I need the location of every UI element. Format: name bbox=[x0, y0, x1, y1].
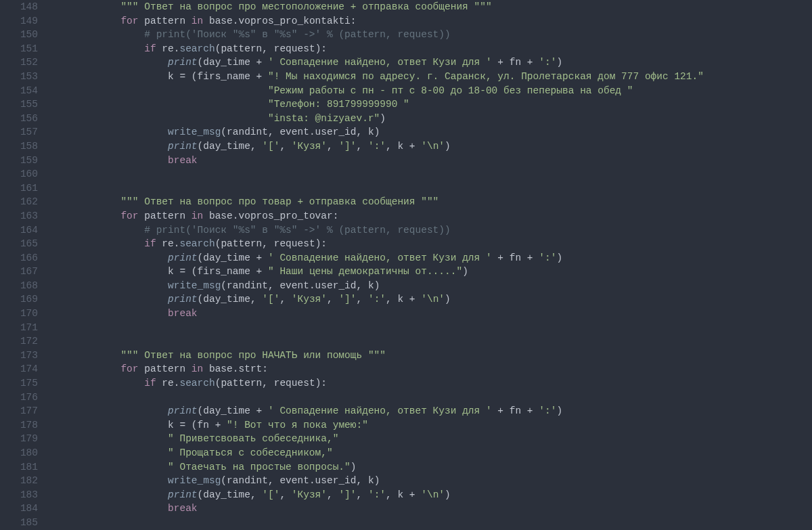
token-id: firs_name bbox=[198, 266, 250, 277]
code-line[interactable]: k = (firs_name + "! Мы находимся по адре… bbox=[50, 70, 812, 84]
code-line[interactable]: write_msg(randint, event.user_id, k) bbox=[50, 125, 812, 139]
token-pun bbox=[139, 363, 145, 374]
token-pun: , bbox=[386, 141, 397, 152]
code-line[interactable]: # print('Поиск "%s" в "%s" ->' % (patter… bbox=[50, 28, 812, 42]
code-line[interactable] bbox=[50, 516, 812, 530]
code-line[interactable]: """ Ответ на вопрос про местоположение +… bbox=[50, 0, 812, 14]
token-pun bbox=[503, 252, 510, 263]
token-pun bbox=[533, 405, 539, 416]
token-pun: , bbox=[250, 141, 262, 152]
code-line[interactable]: print(day_time + ' Совпадение найдено, о… bbox=[50, 404, 812, 418]
code-line[interactable]: print(day_time + ' Совпадение найдено, о… bbox=[50, 56, 812, 70]
token-pun: . bbox=[309, 127, 315, 137]
code-editor[interactable]: 1481491501511521531541551561571581591601… bbox=[0, 0, 812, 530]
code-line[interactable]: print(day_time + ' Совпадение найдено, о… bbox=[50, 251, 812, 265]
token-pun bbox=[50, 225, 144, 236]
token-pun bbox=[50, 99, 268, 110]
code-line[interactable] bbox=[50, 321, 812, 335]
token-id: randint bbox=[227, 280, 268, 291]
code-line[interactable]: print(day_time, '[', 'Кузя', ']', ':', k… bbox=[50, 488, 812, 502]
code-line[interactable]: break bbox=[50, 307, 812, 321]
token-pun: , bbox=[327, 294, 338, 305]
code-line[interactable] bbox=[50, 391, 812, 405]
token-id: strt bbox=[238, 363, 262, 374]
code-line[interactable]: for pattern in base.vopros_pro_kontakti: bbox=[50, 14, 812, 28]
code-line[interactable]: " Прощаться с собеседником," bbox=[50, 446, 812, 460]
token-pun: , bbox=[357, 475, 368, 486]
code-line[interactable]: if re.search(pattern, request): bbox=[50, 237, 812, 251]
code-line[interactable]: if re.search(pattern, request): bbox=[50, 376, 812, 391]
token-pun: ) bbox=[556, 57, 562, 68]
token-pun: , bbox=[250, 294, 262, 305]
token-fn: write_msg bbox=[168, 280, 221, 291]
line-number: 148 bbox=[0, 0, 38, 14]
code-line[interactable]: """ Ответ на вопрос про НАЧАТЬ или помощ… bbox=[50, 349, 812, 363]
token-pun: ( bbox=[198, 294, 204, 305]
token-id: base bbox=[209, 16, 233, 26]
token-pun: ) bbox=[462, 266, 468, 277]
token-kw: if bbox=[144, 43, 156, 54]
code-line[interactable]: for pattern in base.vopros_pro_tovar: bbox=[50, 209, 812, 223]
code-line[interactable]: if re.search(pattern, request): bbox=[50, 42, 812, 56]
line-number: 171 bbox=[0, 321, 38, 335]
line-number: 184 bbox=[0, 502, 38, 516]
token-str: ']' bbox=[338, 294, 356, 305]
line-number: 161 bbox=[0, 181, 38, 196]
token-id: k bbox=[168, 71, 174, 82]
token-pun bbox=[50, 294, 168, 305]
token-op: + bbox=[256, 266, 263, 277]
token-id: base bbox=[209, 363, 233, 374]
token-pun bbox=[139, 211, 145, 221]
code-line[interactable]: "insta: @nizyaev.r") bbox=[50, 112, 812, 126]
token-str: " Прощаться с собеседником," bbox=[168, 447, 333, 458]
token-id: request bbox=[274, 238, 315, 249]
code-line[interactable]: print(day_time, '[', 'Кузя', ']', ':', k… bbox=[50, 292, 812, 307]
token-str: "insta: @nizyaev.r" bbox=[268, 113, 380, 124]
code-line[interactable] bbox=[50, 181, 812, 196]
code-line[interactable]: # print('Поиск "%s" в "%s" ->' % (patter… bbox=[50, 223, 812, 238]
token-pun: ) bbox=[556, 252, 562, 263]
token-id: day_time bbox=[203, 252, 250, 263]
token-pun bbox=[50, 29, 144, 40]
code-line[interactable]: "Режим работы с пн - пт с 8-00 до 18-00 … bbox=[50, 84, 812, 98]
token-com: # print('Поиск "%s" в "%s" ->' % (patter… bbox=[144, 225, 450, 236]
token-id: pattern bbox=[144, 211, 185, 221]
token-pun: ( bbox=[198, 489, 204, 500]
code-line[interactable]: " Отаечать на простые вопросы.") bbox=[50, 460, 812, 474]
code-line[interactable]: k = (fn + "! Вот что я пока умею:" bbox=[50, 418, 812, 433]
token-pun bbox=[250, 405, 256, 416]
token-pun bbox=[521, 405, 527, 416]
code-line[interactable] bbox=[50, 334, 812, 349]
line-number: 181 bbox=[0, 460, 38, 474]
code-line[interactable]: k = (firs_name + " Наши цены демократичн… bbox=[50, 265, 812, 279]
token-pun: , bbox=[262, 43, 273, 54]
line-number: 178 bbox=[0, 418, 38, 433]
token-pun bbox=[50, 85, 268, 96]
code-line[interactable]: break bbox=[50, 502, 812, 516]
code-line[interactable]: for pattern in base.strt: bbox=[50, 362, 812, 376]
token-id: vopros_pro_kontakti bbox=[238, 16, 350, 26]
code-line[interactable]: print(day_time, '[', 'Кузя', ']', ':', k… bbox=[50, 139, 812, 154]
line-number: 157 bbox=[0, 125, 38, 139]
token-op: + bbox=[256, 252, 263, 263]
token-id: request bbox=[274, 43, 315, 54]
code-line[interactable]: """ Ответ на вопрос про товар + отправка… bbox=[50, 195, 812, 209]
token-id: event bbox=[279, 127, 309, 137]
code-line[interactable] bbox=[50, 167, 812, 181]
token-id: randint bbox=[227, 475, 268, 486]
code-line[interactable]: break bbox=[50, 154, 812, 168]
token-pun: , bbox=[279, 489, 291, 500]
code-line[interactable]: write_msg(randint, event.user_id, k) bbox=[50, 279, 812, 293]
token-str: '[' bbox=[262, 294, 279, 305]
token-pun: ) bbox=[380, 113, 386, 124]
token-pun: , bbox=[357, 489, 368, 500]
token-str: ' Совпадение найдено, ответ Кузи для ' bbox=[268, 57, 492, 68]
token-str: 'Кузя' bbox=[292, 141, 327, 152]
code-line[interactable]: "Телефон: 891799999990 " bbox=[50, 97, 812, 112]
code-line[interactable]: write_msg(randint, event.user_id, k) bbox=[50, 474, 812, 488]
code-area[interactable]: """ Ответ на вопрос про местоположение +… bbox=[50, 0, 812, 530]
token-pun bbox=[209, 420, 215, 430]
token-pun: . bbox=[309, 280, 315, 291]
token-pun bbox=[185, 363, 191, 374]
code-line[interactable]: " Приветсвовать собеседника," bbox=[50, 432, 812, 446]
